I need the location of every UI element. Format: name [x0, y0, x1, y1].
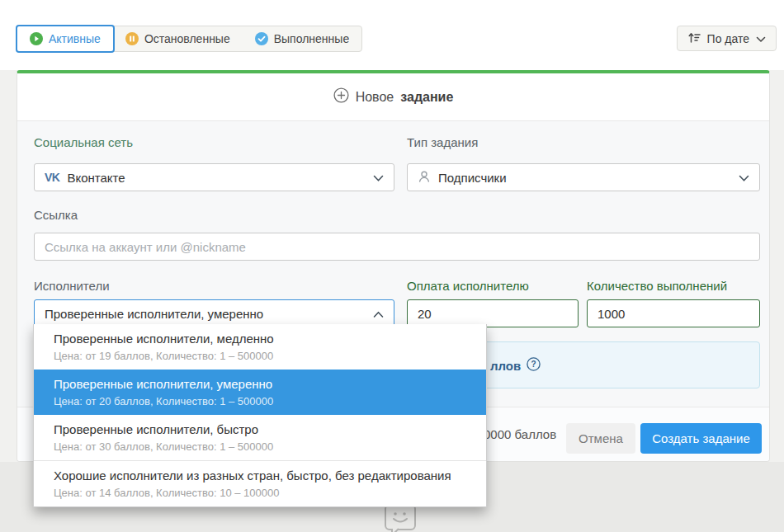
executors-option-slow[interactable]: Проверенные исполнители, медленно Цена: … — [34, 324, 486, 370]
executors-value: Проверенные исполнители, умеренно — [45, 307, 263, 321]
social-network-label: Социальная сеть — [34, 135, 133, 149]
executors-label: Исполнители — [34, 279, 110, 293]
balance-text-fragment: 0000 баллов — [484, 426, 556, 443]
pause-circle-icon — [125, 32, 139, 45]
person-icon — [418, 170, 431, 186]
sort-button-label: По дате — [707, 32, 749, 45]
option-title: Проверенные исполнители, быстро — [54, 421, 466, 439]
card-title-bold: задание — [400, 90, 453, 105]
sort-by-date-button[interactable]: По дате — [677, 26, 777, 51]
tab-label: Остановленные — [144, 32, 230, 45]
cancel-button[interactable]: Отмена — [566, 423, 635, 454]
check-circle-icon — [255, 32, 268, 45]
task-type-value: Подписчики — [438, 171, 507, 185]
help-icon[interactable]: ? — [527, 357, 541, 374]
option-subtitle: Цена: от 19 баллов, Количество: 1 – 5000… — [54, 348, 466, 364]
plus-circle-icon — [333, 87, 349, 106]
count-label: Количество выполнений — [587, 279, 727, 293]
executors-option-international[interactable]: Хорошие исполнители из разных стран, быс… — [34, 460, 486, 506]
tab-active-tasks[interactable]: Активные — [16, 25, 115, 53]
task-type-select[interactable]: Подписчики — [407, 163, 760, 191]
cost-text-fragment: ллов — [490, 359, 521, 373]
sort-ascending-icon — [687, 31, 701, 46]
create-task-button[interactable]: Создать задание — [640, 423, 762, 454]
chevron-down-icon — [373, 171, 384, 185]
card-title-prefix: Новое — [356, 90, 394, 105]
tab-completed-tasks[interactable]: Выполненные — [243, 26, 361, 51]
option-subtitle: Цена: от 30 баллов, Количество: 1 – 5000… — [54, 439, 466, 454]
count-input[interactable] — [587, 299, 760, 327]
page: Активные Остановленные Выполненные По да… — [0, 0, 784, 532]
option-title: Хорошие исполнители из разных стран, быс… — [54, 467, 466, 485]
executors-select[interactable]: Проверенные исполнители, умеренно — [34, 299, 394, 327]
tab-label: Выполненные — [274, 32, 349, 45]
social-network-value: Вконтакте — [67, 171, 125, 185]
play-circle-icon — [30, 32, 43, 45]
tab-label: Активные — [49, 32, 101, 45]
task-status-tabs: Активные Остановленные Выполненные — [17, 26, 362, 52]
link-input[interactable] — [34, 233, 760, 261]
tab-stopped-tasks[interactable]: Остановленные — [113, 26, 243, 51]
link-label: Ссылка — [34, 208, 78, 222]
chevron-up-icon — [373, 307, 384, 321]
vk-logo-icon: VK — [45, 171, 59, 184]
option-subtitle: Цена: от 20 баллов, Количество: 1 – 5000… — [54, 393, 466, 409]
option-title: Проверенные исполнители, медленно — [54, 330, 466, 348]
payment-label: Оплата исполнителю — [407, 279, 529, 293]
option-title: Проверенные исполнители, умеренно — [54, 375, 466, 393]
chevron-down-icon — [739, 171, 749, 185]
feedback-bubble-icon — [381, 503, 419, 532]
svg-text:?: ? — [531, 360, 536, 369]
social-network-select[interactable]: VK Вконтакте — [34, 163, 394, 191]
chevron-down-icon — [756, 32, 766, 45]
executors-dropdown-menu: Проверенные исполнители, медленно Цена: … — [33, 324, 487, 507]
payment-input[interactable] — [407, 299, 579, 327]
new-task-header[interactable]: Новое задание — [17, 73, 769, 120]
filter-toolbar: Активные Остановленные Выполненные По да… — [0, 0, 784, 70]
executors-option-fast[interactable]: Проверенные исполнители, быстро Цена: от… — [34, 415, 486, 460]
executors-option-moderate[interactable]: Проверенные исполнители, умеренно Цена: … — [34, 370, 486, 415]
task-type-label: Тип задания — [407, 135, 478, 149]
option-subtitle: Цена: от 14 баллов, Количество: 10 – 100… — [54, 485, 466, 501]
